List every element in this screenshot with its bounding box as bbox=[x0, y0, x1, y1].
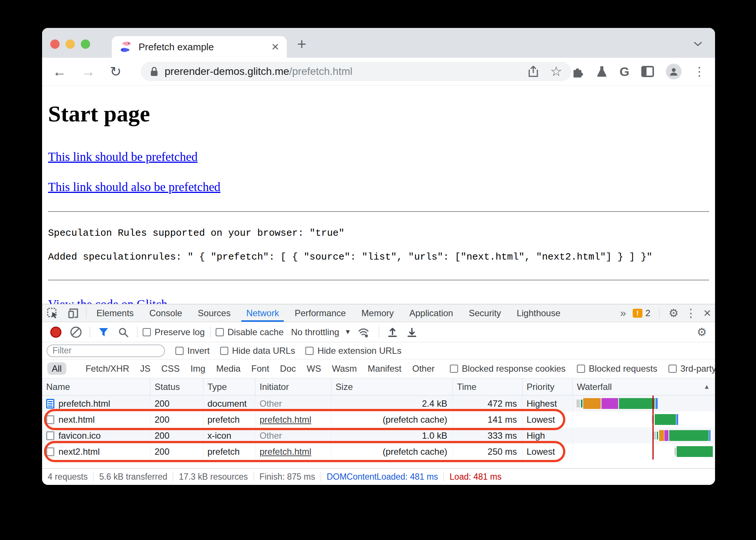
checkbox-label: 3rd-party requests bbox=[680, 363, 715, 374]
devtools-tab-sources[interactable]: Sources bbox=[190, 304, 238, 322]
type-filter-css[interactable]: CSS bbox=[161, 362, 180, 375]
export-har-icon[interactable] bbox=[404, 327, 420, 337]
throttling-dropdown[interactable]: No throttling ▼ bbox=[291, 327, 351, 337]
column-header-priority[interactable]: Priority bbox=[522, 378, 573, 395]
devtools-tab-memory[interactable]: Memory bbox=[354, 304, 402, 322]
address-bar[interactable]: prerender-demos.glitch.me/prefetch.html … bbox=[141, 62, 571, 81]
cell-initiator[interactable]: prefetch.html bbox=[255, 444, 331, 460]
column-header-type[interactable]: Type bbox=[203, 378, 255, 395]
devtools-tab-console[interactable]: Console bbox=[142, 304, 190, 322]
column-header-waterfall[interactable]: Waterfall ▲ bbox=[573, 378, 715, 395]
cell-priority: Highest bbox=[522, 396, 573, 412]
blocked-response-cookies-checkbox[interactable]: Blocked response cookies bbox=[450, 363, 566, 374]
hide-data-urls-checkbox[interactable]: Hide data URLs bbox=[220, 346, 295, 356]
browser-menu-icon[interactable]: ⋮ bbox=[693, 64, 705, 79]
tab-title: Prefetch example bbox=[139, 41, 271, 53]
minimize-window-button[interactable] bbox=[66, 39, 75, 49]
sort-ascending-icon: ▲ bbox=[703, 378, 710, 395]
type-filter-media[interactable]: Media bbox=[215, 362, 241, 375]
reload-button[interactable]: ↻ bbox=[110, 65, 121, 79]
cell-name: next2.html bbox=[42, 444, 150, 460]
cell-name: next.html bbox=[42, 412, 150, 428]
extensions-puzzle-icon[interactable] bbox=[571, 65, 584, 78]
type-filter-wasm[interactable]: Wasm bbox=[331, 362, 358, 375]
table-row-favicon-ico[interactable]: favicon.ico200x-iconOther1.0 kB333 msHig… bbox=[42, 428, 715, 444]
3rd-party-requests-checkbox[interactable]: 3rd-party requests bbox=[668, 363, 715, 374]
disable-cache-checkbox[interactable]: Disable cache bbox=[216, 327, 284, 337]
devtools-tab-elements[interactable]: Elements bbox=[89, 304, 142, 322]
type-filter-ws[interactable]: WS bbox=[306, 362, 322, 375]
preserve-log-checkbox[interactable]: Preserve log bbox=[143, 327, 205, 337]
page-link-2[interactable]: This link should also be prefetched bbox=[48, 180, 220, 194]
google-icon[interactable]: G bbox=[620, 64, 629, 79]
devtools-tab-application[interactable]: Application bbox=[401, 304, 461, 322]
filter-funnel-icon[interactable] bbox=[95, 328, 112, 337]
initiator-link[interactable]: prefetch.html bbox=[260, 414, 311, 425]
blocked-requests-checkbox[interactable]: Blocked requests bbox=[577, 363, 657, 374]
type-filter-img[interactable]: Img bbox=[190, 362, 206, 375]
type-filter-fetch-xhr[interactable]: Fetch/XHR bbox=[85, 362, 130, 375]
cell-time: 333 ms bbox=[453, 428, 522, 444]
column-header-initiator[interactable]: Initiator bbox=[255, 378, 331, 395]
column-header-name[interactable]: Name bbox=[42, 378, 150, 395]
network-settings-icon[interactable]: ⚙ bbox=[697, 327, 707, 338]
checkbox bbox=[216, 328, 224, 336]
search-icon[interactable] bbox=[115, 327, 132, 337]
type-filter-all[interactable]: All bbox=[47, 362, 66, 375]
cell-priority: Lowest bbox=[522, 412, 573, 428]
type-filter-doc[interactable]: Doc bbox=[279, 362, 297, 375]
cell-initiator[interactable]: prefetch.html bbox=[255, 412, 331, 428]
device-toolbar-icon[interactable] bbox=[63, 304, 84, 322]
waterfall-dns-bar bbox=[581, 400, 582, 407]
network-conditions-icon[interactable] bbox=[354, 327, 374, 338]
new-tab-button[interactable]: + bbox=[297, 38, 306, 51]
devtools-menu-icon[interactable]: ⋮ bbox=[685, 308, 696, 319]
initiator-link[interactable]: prefetch.html bbox=[260, 447, 311, 457]
profile-avatar[interactable] bbox=[666, 64, 682, 79]
column-header-time[interactable]: Time bbox=[453, 378, 522, 395]
browser-tab[interactable]: Prefetch example ✕ bbox=[112, 36, 287, 58]
record-network-log-button[interactable] bbox=[50, 327, 61, 338]
devtools-tab-performance[interactable]: Performance bbox=[287, 304, 353, 322]
type-filter-font[interactable]: Font bbox=[251, 362, 270, 375]
devtools-settings-icon[interactable]: ⚙ bbox=[668, 308, 679, 319]
hide-extension-urls-checkbox[interactable]: Hide extension URLs bbox=[305, 346, 401, 356]
file-icon bbox=[46, 431, 54, 440]
table-row-next2-html[interactable]: next2.html200prefetchprefetch.html(prefe… bbox=[42, 444, 715, 460]
invert-checkbox[interactable]: Invert bbox=[175, 346, 210, 356]
table-row-next-html[interactable]: next.html200prefetchprefetch.html(prefet… bbox=[42, 412, 715, 428]
tab-search-chevron-icon[interactable] bbox=[693, 41, 702, 47]
network-summary-bar: 4 requests5.6 kB transferred17.3 kB reso… bbox=[42, 468, 715, 485]
issues-counter[interactable]: ! 2 bbox=[633, 308, 650, 318]
type-filter-js[interactable]: JS bbox=[139, 362, 151, 375]
type-filter-manifest[interactable]: Manifest bbox=[367, 362, 402, 375]
column-header-size[interactable]: Size bbox=[331, 378, 453, 395]
waterfall-ssl-bar bbox=[664, 430, 668, 441]
type-filter-other[interactable]: Other bbox=[412, 362, 435, 375]
network-toolbar: Preserve log Disable cache No throttling… bbox=[42, 322, 715, 342]
devtools-close-icon[interactable]: ✕ bbox=[703, 308, 711, 318]
share-icon[interactable] bbox=[528, 65, 539, 78]
filter-input[interactable] bbox=[47, 344, 165, 357]
maximize-window-button[interactable] bbox=[81, 39, 90, 49]
devtools-tab-network[interactable]: Network bbox=[238, 304, 287, 322]
tab-close-icon[interactable]: ✕ bbox=[271, 42, 279, 52]
side-panel-icon[interactable] bbox=[641, 66, 654, 77]
import-har-icon[interactable] bbox=[384, 327, 401, 337]
bookmark-star-icon[interactable]: ☆ bbox=[550, 64, 562, 79]
close-window-button[interactable] bbox=[50, 39, 60, 49]
more-tabs-icon[interactable]: » bbox=[620, 307, 626, 319]
cell-initiator: Other bbox=[255, 428, 331, 444]
inspect-element-icon[interactable] bbox=[42, 304, 63, 322]
cell-time: 141 ms bbox=[453, 412, 522, 428]
back-button[interactable]: ← bbox=[53, 65, 66, 79]
clear-network-log-button[interactable] bbox=[70, 327, 82, 338]
page-link-1[interactable]: This link should be prefetched bbox=[48, 150, 197, 164]
flask-icon[interactable] bbox=[596, 65, 608, 78]
devtools-tab-security[interactable]: Security bbox=[461, 304, 509, 322]
issues-warning-icon: ! bbox=[633, 309, 642, 318]
glitch-code-link[interactable]: View the code on Glitch bbox=[48, 298, 168, 304]
devtools-tab-lighthouse[interactable]: Lighthouse bbox=[509, 304, 568, 322]
table-row-prefetch-html[interactable]: prefetch.html200documentOther2.4 kB472 m… bbox=[42, 396, 715, 412]
column-header-status[interactable]: Status bbox=[150, 378, 203, 395]
